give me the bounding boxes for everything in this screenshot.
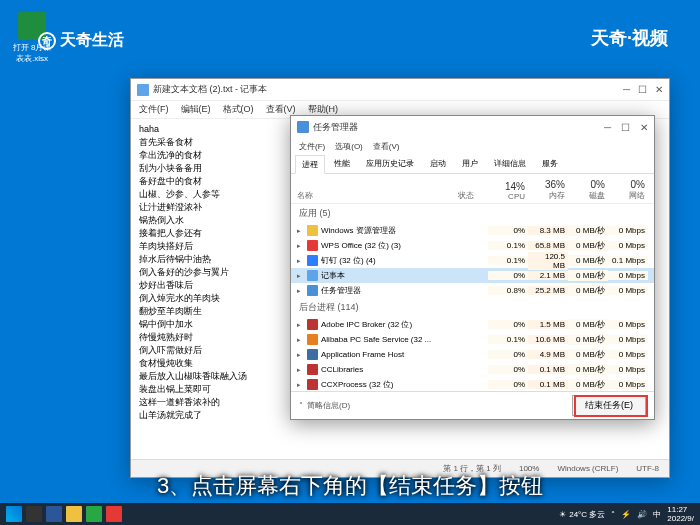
clock[interactable]: 11:27 2022/9/ [667, 505, 694, 523]
process-icon [307, 349, 318, 360]
process-name: 任务管理器 [321, 285, 488, 296]
taskmanager-footer: ˄ 简略信息(D) 结束任务(E) [291, 391, 654, 419]
mem-value: 1.5 MB [528, 320, 568, 329]
tray-volume-icon[interactable]: 🔊 [637, 510, 647, 519]
notepad-icon [137, 84, 149, 96]
tab-5[interactable]: 详细信息 [487, 154, 533, 173]
column-memory[interactable]: 36%内存 [528, 179, 568, 201]
process-row[interactable]: ▸ WPS Office (32 位) (3) 0.1% 65.8 MB 0 M… [291, 238, 654, 253]
net-value: 0 Mbps [608, 320, 648, 329]
taskmanager-titlebar[interactable]: 任务管理器 ─ ☐ ✕ [291, 116, 654, 138]
disk-value: 0 MB/秒 [568, 319, 608, 330]
end-task-button[interactable]: 结束任务(E) [572, 395, 646, 416]
explorer-taskbar-icon[interactable] [66, 506, 82, 522]
chevron-up-icon: ˄ [299, 401, 303, 410]
app-taskbar-icon[interactable] [106, 506, 122, 522]
notepad-titlebar[interactable]: 新建文本文档 (2).txt - 记事本 ─ ☐ ✕ [131, 79, 669, 101]
weather-widget[interactable]: ☀ 24°C 多云 [559, 509, 605, 520]
maximize-button[interactable]: ☐ [638, 84, 647, 95]
process-row[interactable]: ▸ Alibaba PC Safe Service (32 ... 0.1% 1… [291, 332, 654, 347]
taskview-icon[interactable] [46, 506, 62, 522]
process-icon [307, 364, 318, 375]
process-icon [307, 379, 318, 390]
process-row[interactable]: ▸ CCXProcess (32 位) 0% 0.1 MB 0 MB/秒 0 M… [291, 377, 654, 392]
disk-value: 0 MB/秒 [568, 225, 608, 236]
notepad-title: 新建文本文档 (2).txt - 记事本 [153, 83, 268, 96]
expand-icon[interactable]: ▸ [297, 336, 307, 344]
menu-item[interactable]: 文件(F) [299, 141, 325, 152]
start-button[interactable] [6, 506, 22, 522]
cpu-value: 0.1% [488, 241, 528, 250]
disk-value: 0 MB/秒 [568, 255, 608, 266]
process-row[interactable]: ▸ Windows 资源管理器 0% 8.3 MB 0 MB/秒 0 Mbps [291, 223, 654, 238]
menu-item[interactable]: 编辑(E) [181, 103, 211, 116]
fewer-details-button[interactable]: ˄ 简略信息(D) [299, 400, 350, 411]
expand-icon[interactable]: ▸ [297, 287, 307, 295]
column-name[interactable]: 名称 [297, 190, 458, 201]
disk-value: 0 MB/秒 [568, 270, 608, 281]
group-apps[interactable]: 应用 (5) [291, 204, 654, 223]
process-name: CCXProcess (32 位) [321, 379, 488, 390]
process-row[interactable]: ▸ 记事本 0% 2.1 MB 0 MB/秒 0 Mbps [291, 268, 654, 283]
cpu-value: 0% [488, 226, 528, 235]
minimize-button[interactable]: ─ [604, 122, 611, 133]
disk-value: 0 MB/秒 [568, 285, 608, 296]
process-icon [307, 270, 318, 281]
process-row[interactable]: ▸ Adobe IPC Broker (32 位) 0% 1.5 MB 0 MB… [291, 317, 654, 332]
tray-ime-icon[interactable]: 中 [653, 509, 661, 520]
cpu-value: 0.1% [488, 335, 528, 344]
expand-icon[interactable]: ▸ [297, 272, 307, 280]
tab-6[interactable]: 服务 [535, 154, 565, 173]
expand-icon[interactable]: ▸ [297, 321, 307, 329]
expand-icon[interactable]: ▸ [297, 381, 307, 389]
windows-taskbar[interactable]: ☀ 24°C 多云 ˄ ⚡ 🔊 中 11:27 2022/9/ [0, 503, 700, 525]
column-disk[interactable]: 0%磁盘 [568, 179, 608, 201]
menu-item[interactable]: 选项(O) [335, 141, 363, 152]
tray-network-icon[interactable]: ⚡ [621, 510, 631, 519]
close-button[interactable]: ✕ [655, 84, 663, 95]
column-network[interactable]: 0%网络 [608, 179, 648, 201]
tab-0[interactable]: 进程 [295, 155, 325, 174]
process-icon [307, 225, 318, 236]
tray-chevron-icon[interactable]: ˄ [611, 510, 615, 519]
process-name: Alibaba PC Safe Service (32 ... [321, 335, 488, 344]
expand-icon[interactable]: ▸ [297, 242, 307, 250]
process-row[interactable]: ▸ Application Frame Host 0% 4.9 MB 0 MB/… [291, 347, 654, 362]
mem-value: 8.3 MB [528, 226, 568, 235]
maximize-button[interactable]: ☐ [621, 122, 630, 133]
process-row[interactable]: ▸ 任务管理器 0.8% 25.2 MB 0 MB/秒 0 Mbps [291, 283, 654, 298]
disk-value: 0 MB/秒 [568, 364, 608, 375]
group-background[interactable]: 后台进程 (114) [291, 298, 654, 317]
process-icon [307, 285, 318, 296]
column-status[interactable]: 状态 [458, 190, 488, 201]
tab-4[interactable]: 用户 [455, 154, 485, 173]
tab-2[interactable]: 应用历史记录 [359, 154, 421, 173]
expand-icon[interactable]: ▸ [297, 351, 307, 359]
tab-1[interactable]: 性能 [327, 154, 357, 173]
mem-value: 65.8 MB [528, 241, 568, 250]
net-value: 0 Mbps [608, 241, 648, 250]
menu-item[interactable]: 格式(O) [223, 103, 254, 116]
column-cpu[interactable]: 14%CPU [488, 181, 528, 201]
process-row[interactable]: ▸ CCLibraries 0% 0.1 MB 0 MB/秒 0 Mbps [291, 362, 654, 377]
menu-item[interactable]: 文件(F) [139, 103, 169, 116]
minimize-button[interactable]: ─ [623, 84, 630, 95]
watermark-icon: 奇 [38, 32, 56, 50]
close-button[interactable]: ✕ [640, 122, 648, 133]
tab-3[interactable]: 启动 [423, 154, 453, 173]
expand-icon[interactable]: ▸ [297, 227, 307, 235]
cpu-value: 0% [488, 350, 528, 359]
app-taskbar-icon[interactable] [86, 506, 102, 522]
expand-icon[interactable]: ▸ [297, 257, 307, 265]
cpu-value: 0% [488, 380, 528, 389]
process-name: Adobe IPC Broker (32 位) [321, 319, 488, 330]
disk-value: 0 MB/秒 [568, 349, 608, 360]
mem-value: 2.1 MB [528, 271, 568, 280]
disk-value: 0 MB/秒 [568, 379, 608, 390]
menu-item[interactable]: 查看(V) [373, 141, 400, 152]
net-value: 0 Mbps [608, 226, 648, 235]
expand-icon[interactable]: ▸ [297, 366, 307, 374]
search-icon[interactable] [26, 506, 42, 522]
watermark-top-right: 天奇·视频 [591, 26, 668, 50]
process-row[interactable]: ▸ 钉钉 (32 位) (4) 0.1% 120.5 MB 0 MB/秒 0.1… [291, 253, 654, 268]
